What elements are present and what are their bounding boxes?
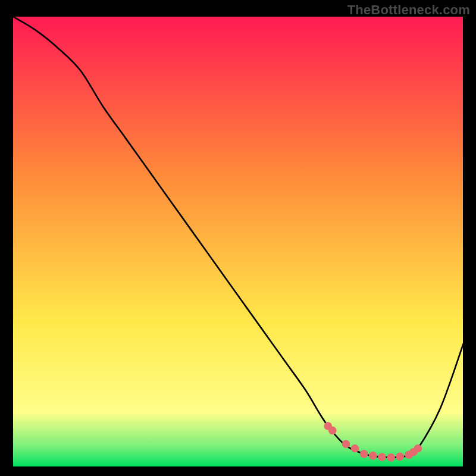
optimal-dot	[360, 450, 368, 458]
optimal-dot	[369, 452, 377, 460]
optimal-dot	[396, 453, 404, 461]
optimal-dot	[328, 427, 337, 435]
optimal-dot	[378, 453, 386, 461]
optimal-dot	[387, 453, 395, 462]
chart-frame: TheBottleneck.com	[0, 0, 476, 476]
optimal-dot	[414, 444, 422, 453]
bottleneck-plot	[13, 17, 463, 466]
optimal-dot	[351, 444, 359, 453]
optimal-dot	[342, 440, 350, 448]
gradient-background	[13, 17, 463, 466]
plot-svg	[13, 17, 463, 466]
watermark-text: TheBottleneck.com	[347, 2, 470, 18]
